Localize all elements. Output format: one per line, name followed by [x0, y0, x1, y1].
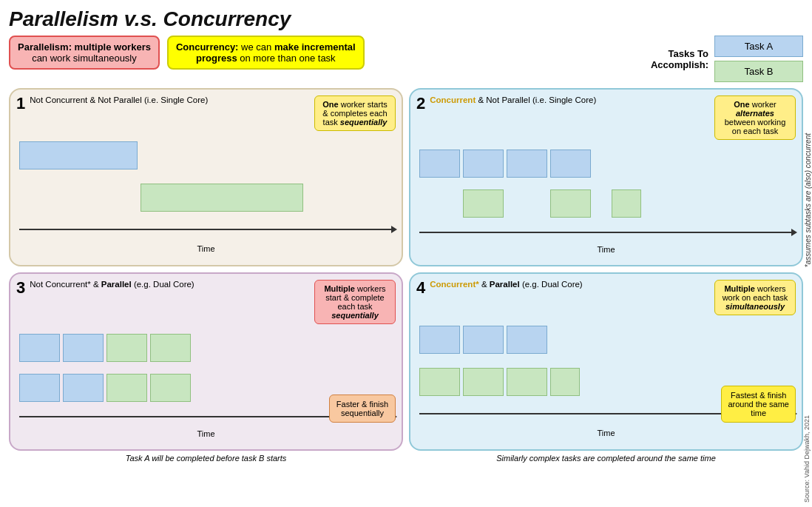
task-b-box: Task B: [714, 61, 803, 82]
q3-bar-b4: [150, 374, 191, 402]
q1-row-a: [19, 141, 393, 169]
q3-bar-b3: [106, 374, 147, 402]
q4-time-label: Time: [419, 429, 793, 437]
main-grid: 1 Not Concurrent & Not Parallel (i.e. Si…: [9, 88, 803, 451]
q3-bar-b2: [150, 334, 191, 362]
left-caption: Task A will be completed before task B s…: [9, 454, 403, 463]
right-column: 2 Concurrent & Not Parallel (i.e. Single…: [409, 88, 803, 451]
tasks-to-accomplish: Tasks ToAccomplish: Task A Task B: [651, 36, 803, 82]
q3-bar-b1: [106, 334, 147, 362]
q4-row-a: [419, 326, 793, 354]
q2-title: Concurrent & Not Parallel (i.e. Single C…: [430, 95, 710, 104]
q4-bar-a2: [463, 326, 504, 354]
side-note: *assumes subtasks are (also) concurrent: [804, 133, 812, 267]
q1-time-axis: [19, 229, 393, 230]
q4-bar-a1: [419, 326, 460, 354]
q1-desc: One worker starts & completes each task …: [322, 100, 387, 127]
q2-bar-a2: [463, 150, 504, 178]
q1-bar-a: [19, 141, 138, 169]
q3-title: Not Concurrent* & Parallel (e.g. Dual Co…: [30, 280, 310, 289]
q1-timeline: Time: [16, 135, 396, 259]
quadrant-1: 1 Not Concurrent & Not Parallel (i.e. Si…: [9, 88, 403, 266]
q1-bar-b: [141, 184, 303, 212]
concurrency-definition: Concurrency: we can make incrementalprog…: [167, 36, 365, 70]
q4-timeline: Time: [416, 320, 796, 443]
q3-bar-a3: [19, 374, 60, 402]
q1-desc-box: One worker starts & completes each task …: [314, 95, 396, 131]
q1-header: 1 Not Concurrent & Not Parallel (i.e. Si…: [16, 95, 396, 131]
q4-number: 4: [416, 280, 425, 296]
q3-timeline: Time: [16, 329, 396, 443]
quadrant-3: 3 Not Concurrent* & Parallel (e.g. Dual …: [9, 272, 403, 451]
q1-time-label: Time: [19, 244, 393, 253]
task-a-box: Task A: [714, 36, 803, 57]
q2-bar-a1: [419, 150, 460, 178]
q2-time-line: [419, 232, 793, 233]
left-column: 1 Not Concurrent & Not Parallel (i.e. Si…: [9, 88, 403, 451]
q3-bar-a2: [63, 334, 104, 362]
q2-timeline: Time: [416, 144, 796, 259]
concurrency-label: Concurrency: we can make incrementalprog…: [176, 41, 356, 64]
q2-bar-a3: [507, 150, 547, 178]
q2-bar-a4: [550, 150, 591, 178]
q4-bar-b4: [550, 368, 580, 396]
q3-faster-box: Faster & finishsequentially: [329, 394, 396, 423]
bottom-captions: Task A will be completed before task B s…: [9, 454, 803, 463]
q4-bar-b3: [507, 368, 547, 396]
q4-bar-a3: [507, 326, 547, 354]
source-label: Source: Vahid Dejwakh, 2021: [803, 415, 811, 503]
q2-row-a: [419, 150, 793, 178]
q2-time-axis: [419, 232, 793, 233]
quadrant-2: 2 Concurrent & Not Parallel (i.e. Single…: [409, 88, 803, 266]
page-title: Parallelism v.s. Concurrency: [9, 7, 803, 31]
q3-desc-box: Multiple workers start & complete each t…: [314, 280, 396, 324]
q3-bar-a4: [63, 374, 104, 402]
q2-bar-b2: [550, 189, 591, 218]
top-row: Parallelism: multiple workerscan work si…: [9, 36, 803, 82]
q4-desc-box: Multiple workers work on each task simul…: [714, 280, 796, 315]
q3-number: 3: [16, 280, 25, 296]
q4-title: Concurrent* & Parallel (e.g. Dual Core): [430, 280, 710, 289]
q3-bar-a1: [19, 334, 60, 362]
q3-row-a: [19, 334, 393, 362]
tasks-label: Tasks ToAccomplish:: [651, 48, 708, 70]
tasks-boxes: Task A Task B: [714, 36, 803, 82]
q2-row-b: [419, 189, 793, 218]
parallelism-label: Parallelism: multiple workerscan work si…: [18, 41, 151, 64]
q2-time-label: Time: [419, 245, 793, 254]
q2-desc-box: One worker alternates between working on…: [714, 95, 796, 140]
right-caption: Similarly complex tasks are completed ar…: [409, 454, 803, 463]
q1-number: 1: [16, 95, 25, 112]
q3-desc: Multiple workers start & complete each t…: [324, 284, 385, 320]
q2-desc: One worker alternates between working on…: [725, 100, 786, 135]
q2-number: 2: [416, 95, 425, 112]
q1-row-b: [19, 184, 393, 212]
q4-bar-b1: [419, 368, 460, 396]
q3-time-label: Time: [19, 429, 393, 438]
quadrant-4: 4 Concurrent* & Parallel (e.g. Dual Core…: [409, 272, 803, 451]
q2-bar-b1: [463, 189, 504, 218]
q4-bar-b2: [463, 368, 504, 396]
q3-header: 3 Not Concurrent* & Parallel (e.g. Dual …: [16, 280, 396, 324]
q4-desc: Multiple workers work on each task simul…: [723, 284, 788, 311]
q4-header: 4 Concurrent* & Parallel (e.g. Dual Core…: [416, 280, 796, 315]
q2-bar-b3: [612, 189, 641, 218]
q1-title: Not Concurrent & Not Parallel (i.e. Sing…: [30, 95, 310, 104]
parallelism-definition: Parallelism: multiple workerscan work si…: [9, 36, 160, 70]
q4-fastest-box: Fastest & finisharound the sametime: [721, 386, 796, 423]
q1-time-line: [19, 229, 393, 230]
q2-header: 2 Concurrent & Not Parallel (i.e. Single…: [416, 95, 796, 140]
